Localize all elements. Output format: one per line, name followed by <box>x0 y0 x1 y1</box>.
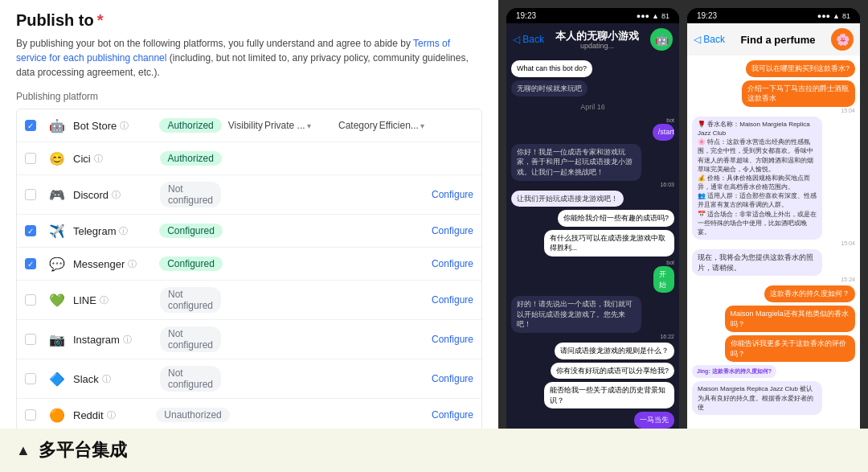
bubble-perfume-info: 🌹 香水名称：Maison Margiela Replica Jazz Club… <box>692 117 822 240</box>
chat-body-right[interactable]: 我可以在哪里购买到这款香水? 介绍一下马丁马吉拉的爵士酒瓶这款香水 15:04 … <box>687 55 860 429</box>
icon-line: 💚 <box>47 290 67 310</box>
status-badge-instagram: Not configured <box>160 326 221 352</box>
desc-part1: By publishing your bot on the following … <box>16 38 411 49</box>
status-badge-cici: Authorized <box>160 151 222 166</box>
name-reddit: Reddit ⓘ <box>73 409 149 421</box>
configure-reddit[interactable]: Configure <box>425 409 473 421</box>
info-reddit[interactable]: ⓘ <box>107 409 116 421</box>
configure-discord[interactable]: Configure <box>425 189 473 200</box>
name-instagram: Instagram ⓘ <box>73 334 154 346</box>
msg-durability: 这款香水的持久度如何？ <box>692 285 855 302</box>
chat-body-left[interactable]: What can this bot do? 无聊的时候就来玩吧 April 16… <box>506 55 679 429</box>
configure-instagram[interactable]: Configure <box>425 334 473 345</box>
bubble-jing: Jing: 这款香水的持久度如何? <box>692 365 776 378</box>
chat-title-right: Find a perfume <box>730 34 826 46</box>
info-telegram[interactable]: ⓘ <box>119 225 128 237</box>
status-badge-line: Not configured <box>160 287 221 313</box>
msg-buy-where: 我可以在哪里购买到这款香水? <box>692 60 855 77</box>
msg-rules: 请问成语接龙游戏的规则是什么？ <box>511 343 674 359</box>
back-button-left[interactable]: ◁ Back <box>513 34 544 45</box>
status-badge-messenger: Configured <box>159 257 223 271</box>
status-cici: Authorized <box>160 151 222 166</box>
msg-intro: 你好！我是一位成语专家和游戏玩家，善于和用户一起玩成语接龙小游戏。让我们一起来挑… <box>511 144 674 187</box>
back-button-right[interactable]: ◁ Back <box>694 34 725 45</box>
phone-left-header: ◁ Back 本人的无聊小游戏 updating... 🤖 <box>506 23 679 55</box>
wifi-icon: ▲ <box>652 12 659 20</box>
checkbox-cici[interactable] <box>25 153 36 164</box>
platform-row-messenger: 💬 Messenger ⓘ Configured Configure <box>17 248 481 281</box>
checkbox-discord[interactable] <box>25 189 36 200</box>
info-instagram[interactable]: ⓘ <box>123 334 132 346</box>
status-icons-left: ●●● ▲ 81 <box>637 12 669 20</box>
platform-row-instagram: 📷 Instagram ⓘ Not configured Configure <box>17 320 481 359</box>
bubble-durability: 这款香水的持久度如何？ <box>764 285 855 302</box>
right-panel: 19:23 ●●● ▲ 81 ◁ Back 本人的无聊小游戏 updating.… <box>498 0 868 429</box>
icon-bot-store: 🤖 <box>47 116 67 135</box>
msg-history: 能否给我一些关于成语的历史背景知识？ <box>511 382 674 408</box>
configure-telegram[interactable]: Configure <box>425 225 473 236</box>
bot-label-begin: bot <box>666 260 674 265</box>
bottom-caption: ▲ 多平台集成 <box>0 429 868 472</box>
status-time-right: 19:23 <box>697 11 717 20</box>
msg-please: 好的！请先说出一个成语，我们就可以开始玩成语接龙游戏了。您先来吧！ 16:22 <box>511 296 674 339</box>
status-badge-bot-store: Authorized <box>159 118 221 133</box>
msg-durability-reply: Maison Margiela Replica Jazz Club 被认为具有良… <box>692 381 855 415</box>
time-introduce-perfume: 15:04 <box>841 108 855 113</box>
configure-messenger[interactable]: Configure <box>425 258 473 269</box>
checkbox-instagram[interactable] <box>25 334 36 345</box>
bubble-tips: 有什么技巧可以在成语接龙游戏中取得胜利... <box>544 230 674 257</box>
info-discord[interactable]: ⓘ <box>112 189 121 201</box>
visibility-bot-store[interactable]: Visibility Private ... ▾ <box>228 120 332 131</box>
time-please: 16:22 <box>511 334 674 339</box>
signal-icon: ●●● <box>637 12 649 20</box>
status-instagram: Not configured <box>160 326 221 352</box>
bubble-intro: 你好！我是一位成语专家和游戏玩家，善于和用户一起玩成语接龙小游戏。让我们一起来挑… <box>511 144 641 181</box>
status-telegram: Configured <box>159 224 223 238</box>
name-line: LINE ⓘ <box>73 294 154 306</box>
msg-start-game: 让我们开始玩成语接龙游戏吧！ <box>511 191 674 207</box>
avatar-left: 🤖 <box>650 28 673 51</box>
bubble-horse1: 一马当先 <box>634 412 674 429</box>
icon-telegram: ✈️ <box>47 221 67 240</box>
status-reddit: Unauthorized <box>156 408 229 422</box>
info-messenger[interactable]: ⓘ <box>128 258 137 270</box>
bubble-photo: 现在，我将会为您提供这款香水的照片，请稍候。 <box>692 249 822 276</box>
checkbox-bot-store[interactable] <box>25 120 36 131</box>
status-slack: Not configured <box>160 366 221 392</box>
info-cici[interactable]: ⓘ <box>94 153 103 165</box>
configure-line[interactable]: Configure <box>425 294 473 306</box>
platform-row-slack: 🔷 Slack ⓘ Not configured Configure <box>17 359 481 399</box>
bubble-boring: 无聊的时候就来玩吧 <box>511 80 588 97</box>
msg-jing: Jing: 这款香水的持久度如何? <box>692 365 855 378</box>
msg-introduce: 你能给我介绍一些有趣的成语吗? <box>511 210 674 227</box>
publish-title: Publish to* <box>16 11 482 30</box>
phone-left: 19:23 ●●● ▲ 81 ◁ Back 本人的无聊小游戏 updating.… <box>506 8 679 429</box>
bubble-introduce: 你能给我介绍一些有趣的成语吗? <box>558 210 674 227</box>
category-bot-store[interactable]: Category Efficien... ▾ <box>338 120 419 131</box>
checkbox-slack[interactable] <box>25 373 36 384</box>
checkbox-telegram[interactable] <box>25 225 36 236</box>
status-badge-telegram: Configured <box>159 224 223 238</box>
bubble-similar: Maison Margiela还有其他类似的香水吗？ <box>725 306 855 332</box>
name-cici: Cici ⓘ <box>73 153 154 165</box>
checkbox-line[interactable] <box>25 294 36 306</box>
info-bot-store[interactable]: ⓘ <box>120 120 129 132</box>
status-bot-store: Authorized <box>159 118 221 133</box>
name-messenger: Messenger ⓘ <box>73 258 153 270</box>
caption-text: 多平台集成 <box>39 438 127 462</box>
bubble-history: 能否给我一些关于成语的历史背景知识？ <box>544 382 674 408</box>
configure-slack[interactable]: Configure <box>425 373 473 384</box>
checkbox-messenger[interactable] <box>25 258 36 269</box>
phone-right-status-bar: 19:23 ●●● ▲ 81 <box>687 8 860 23</box>
msg-what-can: What can this bot do? <box>511 60 674 77</box>
battery-icon-right: 81 <box>842 12 850 20</box>
title-text: Publish to <box>16 11 94 29</box>
icon-slack: 🔷 <box>47 369 67 388</box>
info-line[interactable]: ⓘ <box>100 294 108 306</box>
msg-begin-row: bot 开始 <box>511 260 674 293</box>
caption-triangle: ▲ <box>16 442 31 459</box>
checkbox-reddit[interactable] <box>25 409 36 421</box>
time-intro: 16:03 <box>511 182 674 187</box>
info-slack[interactable]: ⓘ <box>102 373 111 385</box>
platform-table: 🤖 Bot Store ⓘ Authorized Visibility Priv… <box>16 109 482 429</box>
